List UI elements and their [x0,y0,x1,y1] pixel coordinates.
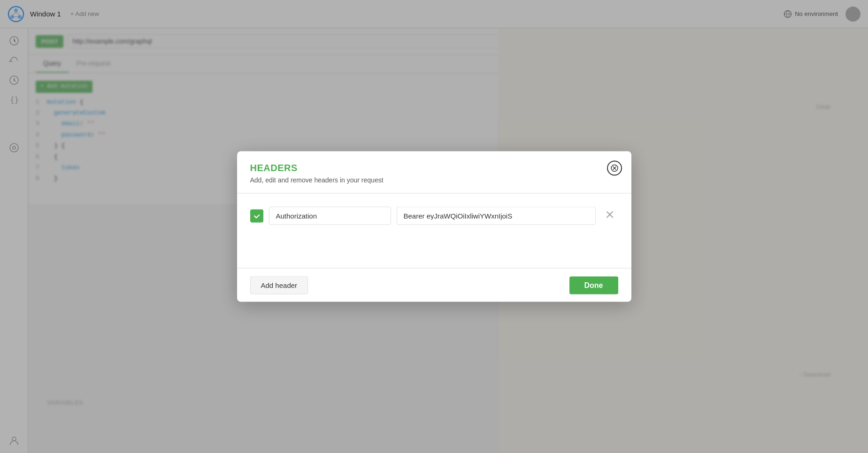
modal-body [237,194,631,269]
modal-header: HEADERS Add, edit and remove headers in … [237,151,631,194]
header-enabled-checkbox[interactable] [250,209,263,222]
headers-modal: HEADERS Add, edit and remove headers in … [237,151,631,302]
add-header-button[interactable]: Add header [250,276,308,294]
modal-footer: Add header Done [237,269,631,302]
header-row-1 [250,207,618,225]
done-button[interactable]: Done [569,276,618,294]
checkmark-icon [253,212,261,219]
header-delete-button[interactable] [601,208,618,224]
modal-subtitle: Add, edit and remove headers in your req… [250,176,618,184]
header-value-input[interactable] [397,207,596,225]
close-icon [611,165,618,172]
modal-title: HEADERS [250,163,618,174]
delete-icon [605,210,615,219]
modal-close-button[interactable] [607,161,622,176]
header-name-input[interactable] [269,207,391,225]
